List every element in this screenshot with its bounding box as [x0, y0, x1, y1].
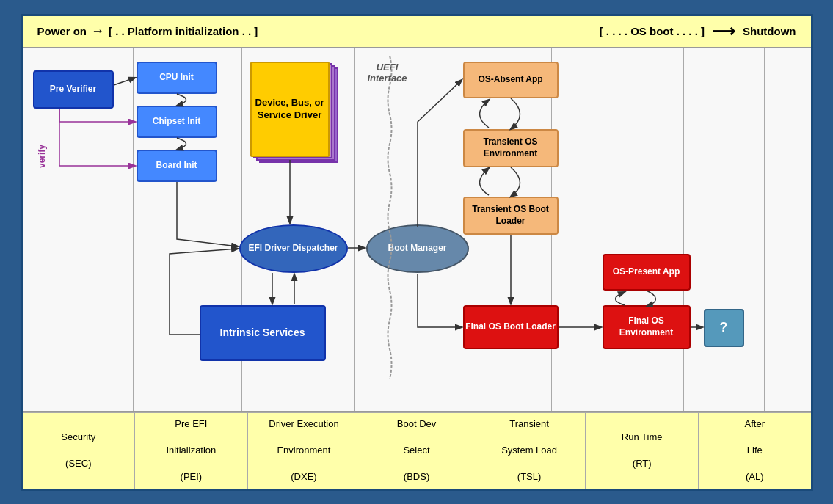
main-area: UEFI Interface Pre Verifier CPU Init Chi… [23, 48, 811, 412]
transient-os-env-box: Transient OS Environment [463, 129, 559, 167]
phase-rt: Run Time (RT) [586, 413, 699, 489]
os-present-app-box: OS-Present App [603, 254, 691, 291]
power-on-label: Power on [37, 25, 87, 37]
right-arrow: → [91, 23, 104, 39]
final-os-boot-loader-box: Final OS Boot Loader [463, 305, 559, 349]
phase-dxe: Driver Execution Environment (DXE) [248, 413, 361, 489]
pre-verifier-box: Pre Verifier [33, 70, 114, 109]
cpu-init-box: CPU Init [137, 62, 217, 94]
svg-line-0 [114, 78, 135, 85]
os-absent-app-box: OS-Absent App [463, 62, 559, 98]
os-boot-label: [ . . . . OS boot . . . . ] [600, 25, 705, 37]
intrinsic-services-box: Intrinsic Services [200, 305, 326, 361]
phase-tsl: Transient System Load (TSL) [473, 413, 586, 489]
vline-3 [354, 48, 355, 411]
verify-label: verify [37, 144, 47, 167]
efi-dispatcher-ellipse: EFI Driver Dispatcher [239, 224, 348, 273]
phases-bar: Security (SEC) Pre EFI Initialization (P… [23, 412, 811, 489]
uefi-interface-label: UEFI Interface [362, 62, 413, 84]
timeline-bar: Power on → [ . . Platform initialization… [23, 16, 811, 48]
platform-init-label: [ . . Platform initialization . . ] [109, 25, 258, 37]
phase-pei: Pre EFI Initialization (PEI) [135, 413, 248, 489]
final-os-env-box: Final OS Environment [603, 305, 691, 349]
boot-manager-ellipse: Boot Manager [366, 224, 469, 273]
transient-os-boot-box: Transient OS Boot Loader [463, 197, 559, 235]
phase-al: After Life (AL) [699, 413, 811, 489]
question-box: ? [704, 309, 744, 347]
vline-7 [764, 48, 765, 411]
phase-bds: Boot Dev Select (BDS) [360, 413, 473, 489]
diagram-wrapper: Power on → [ . . Platform initialization… [21, 14, 813, 491]
vline-1 [133, 48, 134, 411]
board-init-box: Board Init [137, 150, 217, 182]
shutdown-label: Shutdown [743, 25, 796, 37]
big-arrow: ⟶ [712, 22, 735, 41]
chipset-init-box: Chipset Init [137, 106, 217, 138]
phase-sec: Security (SEC) [23, 413, 136, 489]
vline-6 [683, 48, 684, 411]
